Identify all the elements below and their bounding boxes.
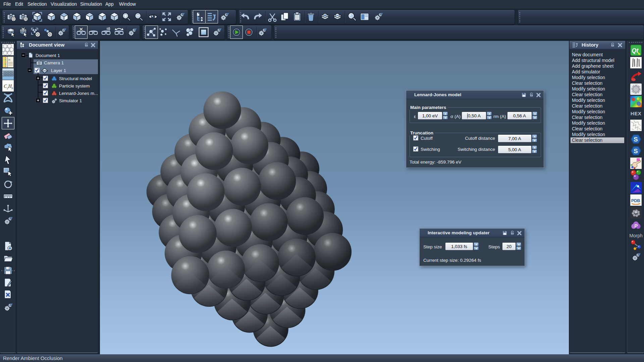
svg-text:S: S xyxy=(634,147,638,155)
svg-text:H: H xyxy=(8,58,10,61)
svg-text:P: P xyxy=(634,223,638,229)
svg-text:S: S xyxy=(634,136,638,143)
svg-text:Qt: Qt xyxy=(632,47,639,54)
svg-text:PDB: PDB xyxy=(631,198,640,203)
